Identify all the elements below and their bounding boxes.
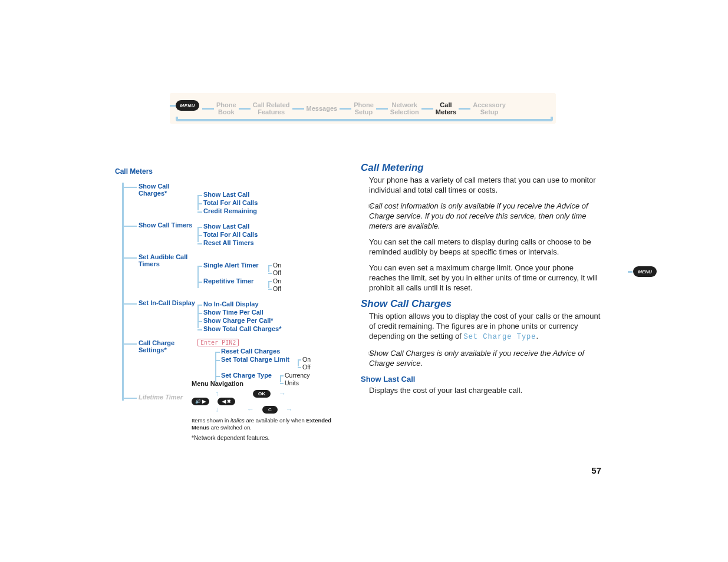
node-on: On: [273, 277, 342, 285]
bc-call-related: Call RelatedFeatures: [251, 101, 292, 115]
ok-button-icon: OK: [253, 390, 271, 398]
node-label: Call Charge Settings*: [139, 339, 174, 353]
para-4: This option allows you to display the co…: [361, 311, 601, 342]
node-off: Off: [273, 285, 342, 292]
breadcrumb-underline: [176, 117, 553, 121]
arrow-right-icon: →: [279, 389, 286, 398]
node-off: Off: [302, 363, 342, 371]
para-4b: .: [536, 332, 539, 340]
bc-accessory: AccessorySetup: [470, 101, 508, 115]
node-set-audible-timers: Set Audible Call Timers: [139, 253, 197, 267]
bc-phone-book: PhoneBook: [214, 101, 239, 115]
node-reset-call-charges: Reset Call Charges: [221, 348, 342, 355]
node-on: On: [273, 262, 342, 269]
page-number: 57: [361, 465, 601, 475]
bc-call-meters: CallMeters: [433, 101, 459, 115]
menu-tree-diagram: Call Meters Show Call Charges* Show Last…: [115, 167, 342, 403]
note-2: Show Call Charges is only available if y…: [361, 348, 601, 368]
heading-call-metering: Call Metering: [361, 163, 601, 173]
node-show-last-call-2: Show Last Call: [203, 223, 342, 230]
bc-sep: [239, 108, 251, 110]
node-no-incall: No In-Call Display: [203, 300, 342, 308]
arrow-right-icon: →: [286, 405, 293, 414]
node-call-charge-settings: Call Charge Settings*: [139, 339, 197, 353]
bc-sep: [202, 108, 214, 110]
volume-button-icon: 🔊 ▶: [192, 398, 209, 405]
heading-show-call-charges: Show Call Charges: [361, 299, 601, 309]
bc-sep: [459, 108, 470, 110]
bc-network: NetworkSelection: [388, 101, 421, 115]
note-1: Call cost information is only available …: [361, 201, 601, 231]
nav-title: Menu Navigation: [192, 380, 339, 387]
arrow-left-icon: ←: [247, 405, 254, 414]
diagram-title: Call Meters: [115, 167, 342, 176]
bc-sep: [340, 108, 351, 110]
node-set-incall-display: Set In-Call Display: [139, 299, 197, 306]
c-button-icon: C: [262, 406, 278, 414]
para-1: Your phone has a variety of call meters …: [361, 175, 601, 195]
node-total-all-calls-2: Total For All Calls: [203, 231, 342, 238]
bc-sep: [292, 108, 304, 110]
content-column: Call Metering Your phone has a variety o…: [361, 163, 601, 401]
node-credit-remaining: Credit Remaining: [203, 207, 342, 214]
nav-note: Items shown in italics are available onl…: [192, 417, 339, 431]
side-menu-tail: [628, 271, 633, 273]
bc-messages: Messages: [304, 105, 340, 112]
para-3: You can even set a maximum charge limit.…: [361, 263, 601, 293]
para-2: You can set the call meters to display d…: [361, 237, 601, 257]
nav-lr-button-icon: ◀ ✖: [218, 398, 235, 405]
arrow-down-icon: ↓: [215, 405, 219, 414]
node-reset-all-timers: Reset All Timers: [203, 239, 342, 246]
side-menu-pill: MENU: [633, 266, 657, 277]
node-on: On: [302, 356, 342, 363]
menu-navigation-legend: Menu Navigation ↑ OK → 🔊 ▶ ◀ ✖ ↓ ← C → I…: [192, 380, 339, 441]
nav-footnote: *Network dependent features.: [192, 435, 339, 441]
mono-set-charge-type: Set Charge Type: [463, 333, 536, 341]
menu-pill: MENU: [176, 100, 199, 111]
heading-show-last-call: Show Last Call: [361, 374, 601, 384]
arrow-up-icon: ↑: [215, 389, 219, 398]
node-lifetime-timer: Lifetime Timer: [139, 394, 197, 401]
node-off: Off: [273, 269, 342, 276]
node-currency: Currency: [285, 372, 342, 379]
node-show-time-per-call: Show Time Per Call: [203, 309, 342, 316]
bc-phone-setup: PhoneSetup: [351, 101, 376, 115]
node-show-last-call: Show Last Call: [203, 191, 342, 198]
node-show-call-charges: Show Call Charges*: [139, 183, 197, 197]
bc-sep: [421, 108, 433, 110]
bc-sep: [376, 108, 388, 110]
node-show-charge-per-call: Show Charge Per Call*: [203, 317, 342, 324]
connector: [170, 105, 176, 107]
node-show-total-charges: Show Total Call Charges*: [203, 325, 342, 332]
para-5: Displays the cost of your last chargeabl…: [361, 385, 601, 395]
node-show-call-timers: Show Call Timers: [139, 222, 197, 229]
breadcrumb: MENU PhoneBook Call RelatedFeatures Mess…: [170, 93, 556, 124]
node-total-all-calls: Total For All Calls: [203, 199, 342, 206]
enter-pin-box: Enter PIN2: [197, 339, 239, 346]
